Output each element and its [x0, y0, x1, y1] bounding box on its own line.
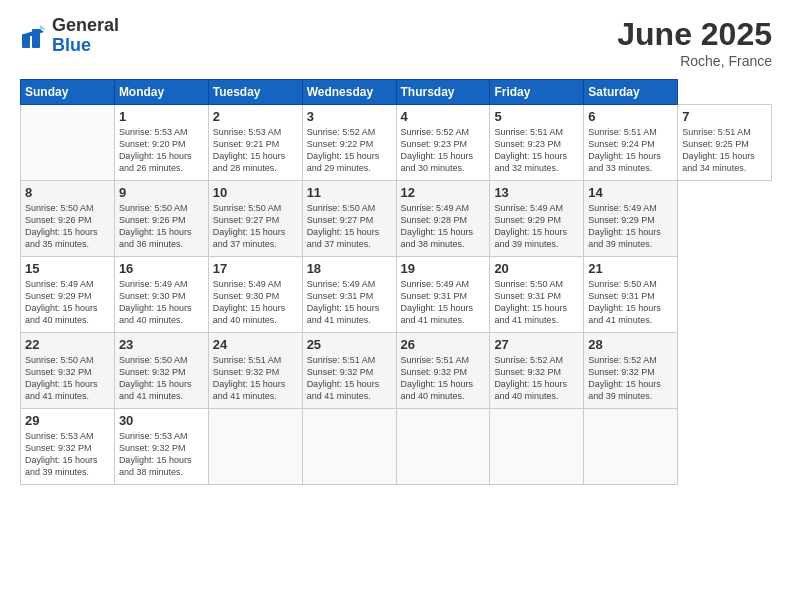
day-cell: 16Sunrise: 5:49 AMSunset: 9:30 PMDayligh… [114, 257, 208, 333]
day-info: Sunrise: 5:52 AMSunset: 9:22 PMDaylight:… [307, 126, 392, 175]
col-header-friday: Friday [490, 80, 584, 105]
day-cell [302, 409, 396, 485]
col-header-sunday: Sunday [21, 80, 115, 105]
day-number: 30 [119, 413, 204, 428]
day-info: Sunrise: 5:50 AMSunset: 9:27 PMDaylight:… [213, 202, 298, 251]
svg-marker-3 [40, 25, 46, 30]
day-cell: 1Sunrise: 5:53 AMSunset: 9:20 PMDaylight… [114, 105, 208, 181]
day-cell: 30Sunrise: 5:53 AMSunset: 9:32 PMDayligh… [114, 409, 208, 485]
logo-blue-text: Blue [52, 36, 119, 56]
col-header-monday: Monday [114, 80, 208, 105]
day-info: Sunrise: 5:52 AMSunset: 9:32 PMDaylight:… [588, 354, 673, 403]
day-number: 26 [401, 337, 486, 352]
day-cell: 24Sunrise: 5:51 AMSunset: 9:32 PMDayligh… [208, 333, 302, 409]
day-number: 27 [494, 337, 579, 352]
day-cell: 12Sunrise: 5:49 AMSunset: 9:28 PMDayligh… [396, 181, 490, 257]
col-header-wednesday: Wednesday [302, 80, 396, 105]
day-info: Sunrise: 5:53 AMSunset: 9:32 PMDaylight:… [119, 430, 204, 479]
day-number: 29 [25, 413, 110, 428]
day-number: 25 [307, 337, 392, 352]
day-number: 15 [25, 261, 110, 276]
day-info: Sunrise: 5:50 AMSunset: 9:31 PMDaylight:… [588, 278, 673, 327]
day-cell: 18Sunrise: 5:49 AMSunset: 9:31 PMDayligh… [302, 257, 396, 333]
day-cell: 17Sunrise: 5:49 AMSunset: 9:30 PMDayligh… [208, 257, 302, 333]
day-cell: 19Sunrise: 5:49 AMSunset: 9:31 PMDayligh… [396, 257, 490, 333]
day-number: 21 [588, 261, 673, 276]
day-number: 3 [307, 109, 392, 124]
day-cell: 3Sunrise: 5:52 AMSunset: 9:22 PMDaylight… [302, 105, 396, 181]
day-info: Sunrise: 5:49 AMSunset: 9:31 PMDaylight:… [401, 278, 486, 327]
day-cell: 28Sunrise: 5:52 AMSunset: 9:32 PMDayligh… [584, 333, 678, 409]
day-info: Sunrise: 5:51 AMSunset: 9:32 PMDaylight:… [401, 354, 486, 403]
day-number: 22 [25, 337, 110, 352]
day-info: Sunrise: 5:50 AMSunset: 9:32 PMDaylight:… [119, 354, 204, 403]
day-info: Sunrise: 5:52 AMSunset: 9:32 PMDaylight:… [494, 354, 579, 403]
day-info: Sunrise: 5:50 AMSunset: 9:32 PMDaylight:… [25, 354, 110, 403]
day-number: 10 [213, 185, 298, 200]
col-header-tuesday: Tuesday [208, 80, 302, 105]
day-number: 17 [213, 261, 298, 276]
day-cell: 29Sunrise: 5:53 AMSunset: 9:32 PMDayligh… [21, 409, 115, 485]
day-info: Sunrise: 5:49 AMSunset: 9:29 PMDaylight:… [25, 278, 110, 327]
day-cell: 7Sunrise: 5:51 AMSunset: 9:25 PMDaylight… [678, 105, 772, 181]
header-row: SundayMondayTuesdayWednesdayThursdayFrid… [21, 80, 772, 105]
day-number: 12 [401, 185, 486, 200]
day-info: Sunrise: 5:49 AMSunset: 9:31 PMDaylight:… [307, 278, 392, 327]
calendar-table: SundayMondayTuesdayWednesdayThursdayFrid… [20, 79, 772, 485]
day-cell [396, 409, 490, 485]
day-cell: 23Sunrise: 5:50 AMSunset: 9:32 PMDayligh… [114, 333, 208, 409]
day-info: Sunrise: 5:53 AMSunset: 9:20 PMDaylight:… [119, 126, 204, 175]
day-info: Sunrise: 5:51 AMSunset: 9:32 PMDaylight:… [213, 354, 298, 403]
day-info: Sunrise: 5:49 AMSunset: 9:28 PMDaylight:… [401, 202, 486, 251]
day-cell: 15Sunrise: 5:49 AMSunset: 9:29 PMDayligh… [21, 257, 115, 333]
logo-general-text: General [52, 16, 119, 36]
day-cell: 14Sunrise: 5:49 AMSunset: 9:29 PMDayligh… [584, 181, 678, 257]
day-info: Sunrise: 5:52 AMSunset: 9:23 PMDaylight:… [401, 126, 486, 175]
day-cell: 25Sunrise: 5:51 AMSunset: 9:32 PMDayligh… [302, 333, 396, 409]
day-cell: 13Sunrise: 5:49 AMSunset: 9:29 PMDayligh… [490, 181, 584, 257]
day-info: Sunrise: 5:50 AMSunset: 9:27 PMDaylight:… [307, 202, 392, 251]
day-info: Sunrise: 5:49 AMSunset: 9:29 PMDaylight:… [494, 202, 579, 251]
day-info: Sunrise: 5:51 AMSunset: 9:23 PMDaylight:… [494, 126, 579, 175]
day-number: 23 [119, 337, 204, 352]
day-info: Sunrise: 5:53 AMSunset: 9:21 PMDaylight:… [213, 126, 298, 175]
day-number: 19 [401, 261, 486, 276]
day-cell: 10Sunrise: 5:50 AMSunset: 9:27 PMDayligh… [208, 181, 302, 257]
day-cell [584, 409, 678, 485]
day-cell: 8Sunrise: 5:50 AMSunset: 9:26 PMDaylight… [21, 181, 115, 257]
day-cell: 5Sunrise: 5:51 AMSunset: 9:23 PMDaylight… [490, 105, 584, 181]
day-number: 8 [25, 185, 110, 200]
location: Roche, France [617, 53, 772, 69]
logo: General Blue [20, 16, 119, 56]
day-info: Sunrise: 5:49 AMSunset: 9:30 PMDaylight:… [119, 278, 204, 327]
day-cell: 4Sunrise: 5:52 AMSunset: 9:23 PMDaylight… [396, 105, 490, 181]
week-row-2: 15Sunrise: 5:49 AMSunset: 9:29 PMDayligh… [21, 257, 772, 333]
week-row-3: 22Sunrise: 5:50 AMSunset: 9:32 PMDayligh… [21, 333, 772, 409]
title-block: June 2025 Roche, France [617, 16, 772, 69]
day-info: Sunrise: 5:50 AMSunset: 9:31 PMDaylight:… [494, 278, 579, 327]
day-info: Sunrise: 5:51 AMSunset: 9:25 PMDaylight:… [682, 126, 767, 175]
calendar-page: General Blue June 2025 Roche, France Sun… [0, 0, 792, 612]
logo-icon [20, 22, 48, 50]
day-info: Sunrise: 5:53 AMSunset: 9:32 PMDaylight:… [25, 430, 110, 479]
header: General Blue June 2025 Roche, France [20, 16, 772, 69]
col-header-saturday: Saturday [584, 80, 678, 105]
day-number: 14 [588, 185, 673, 200]
week-row-0: 1Sunrise: 5:53 AMSunset: 9:20 PMDaylight… [21, 105, 772, 181]
col-header-thursday: Thursday [396, 80, 490, 105]
day-cell [490, 409, 584, 485]
day-number: 28 [588, 337, 673, 352]
day-number: 1 [119, 109, 204, 124]
day-number: 13 [494, 185, 579, 200]
day-cell: 9Sunrise: 5:50 AMSunset: 9:26 PMDaylight… [114, 181, 208, 257]
day-number: 7 [682, 109, 767, 124]
day-cell: 2Sunrise: 5:53 AMSunset: 9:21 PMDaylight… [208, 105, 302, 181]
day-number: 4 [401, 109, 486, 124]
day-info: Sunrise: 5:51 AMSunset: 9:24 PMDaylight:… [588, 126, 673, 175]
day-number: 11 [307, 185, 392, 200]
day-number: 18 [307, 261, 392, 276]
day-cell: 11Sunrise: 5:50 AMSunset: 9:27 PMDayligh… [302, 181, 396, 257]
day-number: 9 [119, 185, 204, 200]
day-info: Sunrise: 5:51 AMSunset: 9:32 PMDaylight:… [307, 354, 392, 403]
day-info: Sunrise: 5:49 AMSunset: 9:30 PMDaylight:… [213, 278, 298, 327]
